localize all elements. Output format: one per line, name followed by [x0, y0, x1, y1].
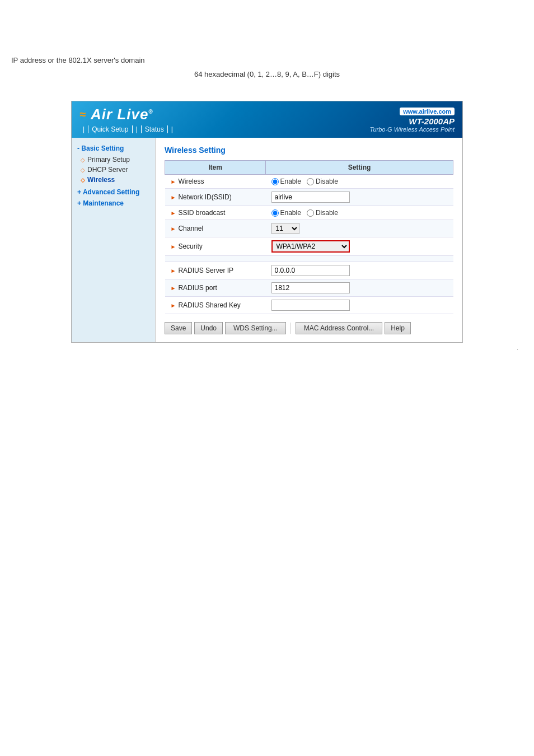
- label-ssid: Network ID(SSID): [178, 193, 231, 201]
- radius-port-input[interactable]: [271, 282, 350, 293]
- arrow-icon-ssid: ►: [171, 194, 176, 200]
- nav-quick-setup[interactable]: Quick Setup: [88, 125, 132, 133]
- footer-dot: .: [11, 343, 523, 353]
- router-body: - Basic Setting ◇ Primary Setup ◇ DHCP S…: [72, 138, 462, 342]
- diamond-icon-dhcp: ◇: [81, 167, 85, 173]
- row-radius-key: ► RADIUS Shared Key: [165, 297, 453, 314]
- broadcast-enable-radio[interactable]: [271, 209, 279, 217]
- row-wireless: ► Wireless Enable: [165, 175, 453, 189]
- logo-area: ≈ Air Live® | Quick Setup | Status |: [79, 106, 176, 133]
- wireless-radio-group: Enable Disable: [271, 178, 448, 185]
- arrow-icon-radius-ip: ►: [171, 268, 176, 274]
- diamond-icon-wireless: ◇: [81, 177, 85, 183]
- help-button[interactable]: Help: [385, 322, 411, 334]
- router-header: ≈ Air Live® | Quick Setup | Status | www…: [72, 101, 462, 138]
- main-panel: Wireless Setting Item Setting ► Wirel: [156, 138, 462, 342]
- settings-table: Item Setting ► Wireless: [165, 160, 453, 314]
- wireless-disable-text: Disable: [316, 178, 338, 185]
- broadcast-disable-text: Disable: [316, 209, 338, 217]
- sidebar-maintenance-label: + Maintenance: [77, 199, 124, 207]
- wireless-disable-label[interactable]: Disable: [307, 178, 338, 185]
- sidebar-item-wireless[interactable]: ◇ Wireless: [77, 175, 149, 185]
- sidebar-primary-label: Primary Setup: [87, 156, 130, 164]
- header-right: www.airlive.com WT-2000AP Turbo-G Wirele…: [370, 107, 455, 133]
- broadcast-enable-label[interactable]: Enable: [271, 209, 301, 217]
- router-ui: ≈ Air Live® | Quick Setup | Status | www…: [71, 101, 463, 343]
- mac-address-button[interactable]: MAC Address Control...: [296, 322, 382, 334]
- arrow-icon-wireless: ►: [171, 179, 176, 185]
- broadcast-disable-radio[interactable]: [307, 209, 314, 217]
- label-radius-ip: RADIUS Server IP: [178, 267, 233, 274]
- wds-setting-button[interactable]: WDS Setting...: [225, 322, 286, 334]
- col-item: Item: [165, 161, 266, 175]
- nav-divider: |: [79, 125, 88, 133]
- broadcast-radio-group: Enable Disable: [271, 209, 448, 217]
- radius-key-input[interactable]: [271, 300, 350, 311]
- arrow-icon-channel: ►: [171, 226, 176, 232]
- wireless-enable-text: Enable: [280, 178, 301, 185]
- sidebar-wireless-label: Wireless: [87, 176, 115, 184]
- broadcast-enable-text: Enable: [280, 209, 301, 217]
- arrow-icon-broadcast: ►: [171, 210, 176, 216]
- top-text-2: 64 hexadecimal (0, 1, 2…8, 9, A, B…F) di…: [11, 70, 523, 78]
- sidebar-item-dhcp-server[interactable]: ◇ DHCP Server: [77, 165, 149, 175]
- label-radius-key: RADIUS Shared Key: [178, 301, 240, 309]
- logo: ≈ Air Live®: [79, 106, 153, 123]
- wifi-icon: ≈: [79, 108, 86, 121]
- nav-separator: |: [133, 125, 142, 133]
- row-security: ► Security None WEP WPA1/WPA2 WPA2 only: [165, 237, 453, 256]
- header-url: www.airlive.com: [400, 108, 455, 115]
- sidebar-item-primary-setup[interactable]: ◇ Primary Setup: [77, 155, 149, 165]
- row-channel: ► Channel 1234 5678 91011 1213: [165, 220, 453, 237]
- label-security: Security: [178, 242, 202, 250]
- nav-status[interactable]: Status: [142, 125, 168, 133]
- col-setting: Setting: [266, 161, 453, 175]
- header-desc: Turbo-G Wireless Access Point: [370, 126, 455, 133]
- sidebar-basic-setting[interactable]: - Basic Setting: [77, 144, 149, 152]
- sidebar-advanced-label: + Advanced Setting: [77, 188, 139, 196]
- logo-text: Air Live®: [91, 106, 153, 123]
- wireless-enable-radio[interactable]: [271, 178, 279, 185]
- sidebar-dhcp-label: DHCP Server: [87, 166, 128, 174]
- row-ssid: ► Network ID(SSID): [165, 189, 453, 206]
- top-text-1: IP address or the 802.1X server's domain: [11, 56, 523, 64]
- undo-button[interactable]: Undo: [194, 322, 223, 334]
- arrow-icon-radius-port: ►: [171, 285, 176, 291]
- security-select[interactable]: None WEP WPA1/WPA2 WPA2 only: [271, 240, 350, 253]
- button-separator: [291, 323, 291, 334]
- nav-links: | Quick Setup | Status |: [79, 125, 176, 133]
- save-button[interactable]: Save: [165, 322, 192, 334]
- arrow-icon-security: ►: [171, 244, 176, 250]
- nav-end-divider: |: [168, 125, 176, 133]
- channel-select[interactable]: 1234 5678 91011 1213: [271, 223, 299, 234]
- arrow-icon-radius-key: ►: [171, 302, 176, 309]
- label-wireless: Wireless: [178, 178, 204, 185]
- wireless-disable-radio[interactable]: [307, 178, 314, 185]
- diamond-icon-primary: ◇: [81, 157, 85, 163]
- broadcast-disable-label[interactable]: Disable: [307, 209, 338, 217]
- sidebar: - Basic Setting ◇ Primary Setup ◇ DHCP S…: [72, 138, 156, 342]
- radius-ip-input[interactable]: [271, 265, 350, 276]
- button-bar: Save Undo WDS Setting... MAC Address Con…: [165, 322, 453, 334]
- sidebar-advanced-setting[interactable]: + Advanced Setting: [77, 188, 149, 196]
- sidebar-maintenance[interactable]: + Maintenance: [77, 199, 149, 207]
- panel-title: Wireless Setting: [165, 146, 453, 155]
- spacer-row: [165, 256, 453, 262]
- label-radius-port: RADIUS port: [178, 284, 217, 292]
- row-radius-port: ► RADIUS port: [165, 279, 453, 297]
- header-model: WT-2000AP: [370, 116, 455, 126]
- ssid-input[interactable]: [271, 192, 350, 203]
- label-broadcast: SSID broadcast: [178, 209, 225, 217]
- label-channel: Channel: [178, 225, 203, 232]
- row-radius-ip: ► RADIUS Server IP: [165, 262, 453, 279]
- row-ssid-broadcast: ► SSID broadcast Enable: [165, 206, 453, 220]
- wireless-enable-label[interactable]: Enable: [271, 178, 301, 185]
